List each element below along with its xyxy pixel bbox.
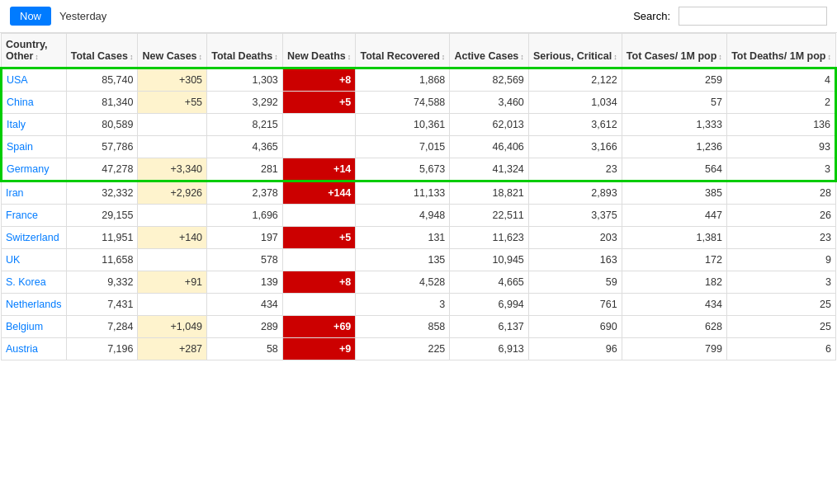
cell-new-cases <box>138 294 207 316</box>
cell-new-cases: +1,049 <box>138 316 207 338</box>
yesterday-button[interactable]: Yesterday <box>59 10 106 22</box>
table-row: UK11,65857813510,9451631729 <box>2 249 836 271</box>
cell-tot-cases-1m: 628 <box>622 316 726 338</box>
search-input[interactable] <box>679 7 827 26</box>
country-link[interactable]: Spain <box>7 141 33 153</box>
sort-icon[interactable]: ↕ <box>130 53 134 61</box>
cell-new-cases <box>138 114 207 136</box>
cell-total-deaths: 2,378 <box>207 181 283 205</box>
sort-icon[interactable]: ↕ <box>35 53 39 61</box>
cell-active-cases: 41,324 <box>450 158 528 181</box>
col-header-total_cases[interactable]: Total Cases↕ <box>66 34 138 68</box>
col-header-new_cases[interactable]: New Cases↕ <box>138 34 207 68</box>
cell-new-cases: +287 <box>138 338 207 360</box>
search-label: Search: <box>633 10 670 22</box>
cell-country: Italy <box>2 114 67 136</box>
cell-serious-critical: 163 <box>528 249 622 271</box>
cell-active-cases: 18,821 <box>450 181 528 205</box>
table-row: Netherlands7,43143436,99476143425 <box>2 294 836 316</box>
cell-tot-deaths-1m: 25 <box>726 316 835 338</box>
col-header-active_cases[interactable]: Active Cases↕ <box>450 34 528 68</box>
sort-icon[interactable]: ↕ <box>442 53 446 61</box>
cell-new-deaths: +8 <box>282 271 356 294</box>
cell-new-deaths: +69 <box>282 316 356 338</box>
cell-country: Iran <box>2 181 67 205</box>
country-link[interactable]: Belgium <box>6 321 43 332</box>
cell-country: France <box>2 205 67 227</box>
cell-new-deaths <box>282 205 356 227</box>
cell-country: Spain <box>2 136 67 158</box>
cell-total-deaths: 434 <box>207 294 283 316</box>
cell-total-recovered: 74,588 <box>356 92 450 114</box>
cell-active-cases: 62,013 <box>450 114 528 136</box>
cell-serious-critical: 59 <box>528 271 622 294</box>
country-link[interactable]: Switzerland <box>6 232 59 243</box>
cell-serious-critical: 23 <box>528 158 622 181</box>
table-row: France29,1551,6964,94822,5113,37544726 <box>2 205 836 227</box>
cell-total-recovered: 135 <box>356 249 450 271</box>
cell-active-cases: 22,511 <box>450 205 528 227</box>
cell-active-cases: 11,623 <box>450 227 528 249</box>
cell-new-cases <box>138 136 207 158</box>
cell-active-cases: 6,913 <box>450 338 528 360</box>
cell-total-cases: 47,278 <box>66 158 138 181</box>
cell-tot-cases-1m: 57 <box>622 92 726 114</box>
sort-icon[interactable]: ↕ <box>348 53 352 61</box>
sort-icon[interactable]: ↕ <box>828 53 832 61</box>
cell-serious-critical: 3,166 <box>528 136 622 158</box>
cell-total-recovered: 4,948 <box>356 205 450 227</box>
sort-icon[interactable]: ↕ <box>274 53 278 61</box>
cell-new-cases: +2,926 <box>138 181 207 205</box>
sort-icon[interactable]: ↕ <box>520 53 524 61</box>
country-link[interactable]: China <box>7 97 34 108</box>
cell-total-recovered: 3 <box>356 294 450 316</box>
country-link[interactable]: Austria <box>6 343 38 355</box>
cell-tot-cases-1m: 1,333 <box>622 114 726 136</box>
col-header-country[interactable]: Country,Other↕ <box>2 34 67 68</box>
cell-total-deaths: 578 <box>207 249 283 271</box>
cell-tot-deaths-1m: 26 <box>726 205 835 227</box>
cell-new-deaths: +144 <box>282 181 356 205</box>
cell-tot-deaths-1m: 9 <box>726 249 835 271</box>
country-link[interactable]: UK <box>6 254 20 266</box>
sort-icon[interactable]: ↕ <box>613 53 617 61</box>
col-header-total_recovered[interactable]: Total Recovered↕ <box>356 34 450 68</box>
cell-total-cases: 80,589 <box>66 114 138 136</box>
country-link[interactable]: Italy <box>7 119 26 130</box>
cell-serious-critical: 2,122 <box>528 68 622 92</box>
cell-tot-cases-1m: 1,236 <box>622 136 726 158</box>
sort-icon[interactable]: ↕ <box>718 53 722 61</box>
table-row: Iran32,332+2,9262,378+14411,13318,8212,8… <box>2 181 836 205</box>
cell-total-recovered: 11,133 <box>356 181 450 205</box>
cell-total-deaths: 4,365 <box>207 136 283 158</box>
col-header-tot_deaths_1m[interactable]: Tot Deaths/ 1M pop↕ <box>726 34 835 68</box>
cell-total-cases: 9,332 <box>66 271 138 294</box>
col-header-serious_critical[interactable]: Serious, Critical↕ <box>528 34 622 68</box>
cell-total-cases: 11,951 <box>66 227 138 249</box>
col-header-total_deaths[interactable]: Total Deaths↕ <box>207 34 283 68</box>
sort-icon[interactable]: ↕ <box>199 53 203 61</box>
country-link[interactable]: Iran <box>6 187 24 199</box>
cell-active-cases: 3,460 <box>450 92 528 114</box>
cell-total-cases: 81,340 <box>66 92 138 114</box>
cell-serious-critical: 3,375 <box>528 205 622 227</box>
cell-tot-cases-1m: 385 <box>622 181 726 205</box>
country-link[interactable]: Germany <box>7 163 49 175</box>
data-table: Country,Other↕Total Cases↕New Cases↕Tota… <box>0 33 837 360</box>
table-row: Germany47,278+3,340281+145,67341,3242356… <box>2 158 836 181</box>
cell-total-recovered: 5,673 <box>356 158 450 181</box>
country-link[interactable]: S. Korea <box>6 276 46 288</box>
table-row: Austria7,196+28758+92256,913967996 <box>2 338 836 360</box>
country-link[interactable]: Netherlands <box>6 299 61 310</box>
col-header-new_deaths[interactable]: New Deaths↕ <box>282 34 356 68</box>
cell-tot-deaths-1m: 2 <box>726 92 835 114</box>
col-header-tot_cases_1m[interactable]: Tot Cases/ 1M pop↕ <box>622 34 726 68</box>
cell-serious-critical: 690 <box>528 316 622 338</box>
cell-serious-critical: 3,612 <box>528 114 622 136</box>
cell-serious-critical: 761 <box>528 294 622 316</box>
country-link[interactable]: USA <box>7 74 28 86</box>
cell-active-cases: 6,994 <box>450 294 528 316</box>
now-button[interactable]: Now <box>10 7 51 26</box>
country-link[interactable]: France <box>6 210 38 221</box>
cell-new-deaths: +5 <box>282 92 356 114</box>
